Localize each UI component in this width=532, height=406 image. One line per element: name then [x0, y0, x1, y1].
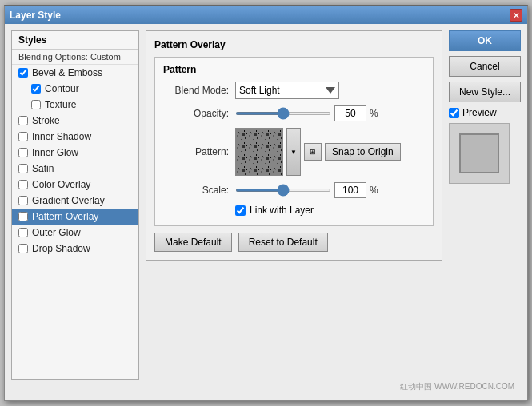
dialog-title: Layer Style	[10, 10, 61, 21]
texture-checkbox[interactable]	[31, 100, 41, 109]
scale-input[interactable]	[334, 182, 366, 198]
scale-unit: %	[370, 185, 378, 196]
blend-mode-select[interactable]: Normal Dissolve Multiply Screen Overlay …	[235, 82, 339, 99]
contour-checkbox[interactable]	[31, 84, 41, 94]
sidebar-item-satin[interactable]: Satin	[12, 161, 138, 177]
stroke-checkbox[interactable]	[18, 116, 28, 125]
sidebar-item-color-overlay[interactable]: Color Overlay	[12, 177, 138, 193]
scale-slider[interactable]	[235, 189, 331, 192]
preview-label: Preview	[462, 107, 497, 118]
blend-mode-control: Normal Dissolve Multiply Screen Overlay …	[235, 82, 339, 99]
cancel-button[interactable]: Cancel	[449, 56, 521, 77]
ok-button[interactable]: OK	[449, 30, 521, 51]
left-panel: Styles Blending Options: Custom Bevel & …	[11, 30, 139, 380]
link-with-layer-label: Link with Layer	[250, 205, 314, 216]
satin-checkbox[interactable]	[18, 164, 28, 173]
middle-panel: Pattern Overlay Pattern Blend Mode: Norm…	[146, 30, 442, 380]
sidebar-item-texture[interactable]: Texture	[12, 97, 138, 113]
snap-to-origin-button[interactable]: Snap to Origin	[325, 143, 401, 161]
sidebar-item-bevel-emboss[interactable]: Bevel & Emboss	[12, 65, 138, 81]
outer-glow-checkbox[interactable]	[18, 228, 28, 237]
pattern-overlay-box: Pattern Overlay Pattern Blend Mode: Norm…	[146, 30, 442, 261]
right-panel: OK Cancel New Style... Preview	[449, 30, 521, 380]
sub-section-title: Pattern	[163, 64, 425, 75]
opacity-row: Opacity: %	[163, 105, 425, 121]
bottom-buttons: Make Default Reset to Default	[154, 233, 434, 252]
preview-checkbox[interactable]	[449, 108, 459, 118]
make-default-button[interactable]: Make Default	[154, 233, 232, 252]
watermark: 红动中国 WWW.REDOCN.COM	[0, 381, 521, 396]
opacity-slider[interactable]	[235, 112, 331, 115]
pattern-noise	[236, 129, 282, 175]
blend-mode-label: Blend Mode:	[163, 85, 235, 96]
link-with-layer-checkbox[interactable]	[235, 205, 246, 216]
opacity-input[interactable]	[334, 105, 366, 121]
preview-row: Preview	[449, 107, 521, 118]
sidebar-item-gradient-overlay[interactable]: Gradient Overlay	[12, 193, 138, 209]
pattern-overlay-checkbox[interactable]	[18, 212, 28, 221]
layer-style-dialog: Layer Style ✕ Styles Blending Options: C…	[4, 5, 528, 401]
reset-to-default-button[interactable]: Reset to Default	[238, 233, 328, 252]
new-style-button[interactable]: New Style...	[449, 82, 521, 102]
blend-mode-row: Blend Mode: Normal Dissolve Multiply Scr…	[163, 82, 425, 99]
pattern-control: ▼ ⊞ Snap to Origin	[235, 128, 401, 176]
inner-glow-checkbox[interactable]	[18, 148, 28, 157]
pattern-options-button[interactable]: ⊞	[304, 143, 322, 161]
sidebar-item-outer-glow[interactable]: Outer Glow	[12, 225, 138, 241]
sidebar-item-stroke[interactable]: Stroke	[12, 113, 138, 129]
scale-label: Scale:	[163, 185, 235, 196]
pattern-label: Pattern:	[163, 146, 235, 157]
preview-inner-shape	[459, 133, 499, 173]
pattern-preview[interactable]	[235, 128, 283, 176]
sidebar-item-inner-shadow[interactable]: Inner Shadow	[12, 129, 138, 145]
color-overlay-checkbox[interactable]	[18, 180, 28, 189]
pattern-sub-section: Pattern Blend Mode: Normal Dissolve Mult…	[154, 57, 434, 226]
opacity-control: %	[235, 105, 378, 121]
styles-title: Styles	[12, 31, 138, 50]
scale-row: Scale: %	[163, 182, 425, 198]
sidebar-item-pattern-overlay[interactable]: Pattern Overlay	[12, 209, 138, 225]
sidebar-item-drop-shadow[interactable]: Drop Shadow	[12, 241, 138, 257]
scale-control: %	[235, 182, 378, 198]
pattern-row: Pattern: ▼ ⊞ Snap to Origin	[163, 128, 425, 176]
dialog-body: Styles Blending Options: Custom Bevel & …	[5, 24, 527, 386]
link-with-layer-row: Link with Layer	[235, 205, 425, 216]
opacity-label: Opacity:	[163, 108, 235, 119]
blending-options-label: Blending Options: Custom	[12, 50, 138, 65]
opacity-unit: %	[370, 108, 378, 119]
title-bar: Layer Style ✕	[5, 6, 527, 24]
inner-shadow-checkbox[interactable]	[18, 132, 28, 141]
gradient-overlay-checkbox[interactable]	[18, 196, 28, 205]
drop-shadow-checkbox[interactable]	[18, 244, 28, 253]
pattern-dropdown-button[interactable]: ▼	[286, 128, 301, 176]
sidebar-item-contour[interactable]: Contour	[12, 81, 138, 97]
preview-thumbnail	[449, 123, 510, 184]
bevel-emboss-checkbox[interactable]	[18, 68, 28, 78]
sidebar-item-inner-glow[interactable]: Inner Glow	[12, 145, 138, 161]
close-button[interactable]: ✕	[510, 9, 522, 22]
section-title: Pattern Overlay	[154, 39, 434, 50]
